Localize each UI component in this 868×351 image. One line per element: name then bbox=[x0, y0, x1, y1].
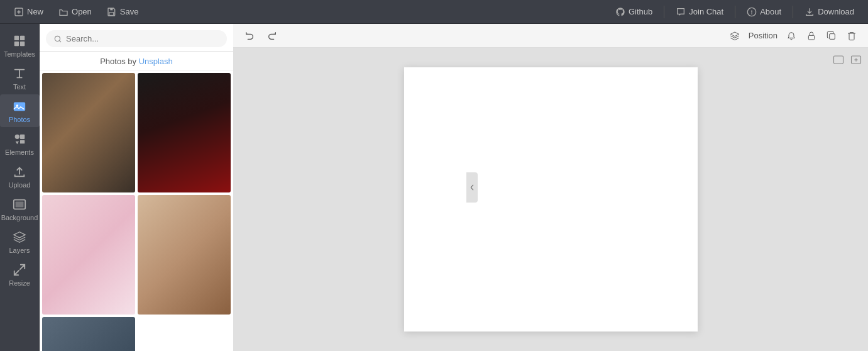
layers-stack-icon bbox=[730, 31, 740, 41]
elements-icon bbox=[13, 132, 26, 146]
svg-rect-7 bbox=[20, 42, 25, 46]
svg-rect-2 bbox=[109, 12, 114, 15]
open-button[interactable]: Open bbox=[52, 4, 98, 20]
svg-rect-1 bbox=[110, 8, 113, 10]
open-label: Open bbox=[72, 7, 92, 16]
download-label: Download bbox=[818, 7, 854, 16]
svg-rect-6 bbox=[14, 42, 19, 46]
upload-icon bbox=[13, 165, 26, 179]
search-input-wrap[interactable] bbox=[46, 30, 227, 47]
photo-panel: Photos by Unsplash bbox=[40, 24, 233, 351]
canvas-area: Position bbox=[233, 24, 868, 351]
trash-icon bbox=[847, 31, 857, 41]
lock-button[interactable] bbox=[803, 28, 820, 43]
background-icon bbox=[13, 198, 26, 211]
redo-icon bbox=[267, 31, 277, 41]
svg-rect-11 bbox=[20, 135, 25, 139]
joinchat-label: Join Chat bbox=[689, 7, 723, 16]
divider3 bbox=[793, 6, 793, 18]
svg-rect-5 bbox=[20, 36, 25, 40]
photo-thumb-1[interactable] bbox=[42, 73, 135, 192]
text-icon bbox=[13, 67, 26, 81]
sidebar-item-photos[interactable]: Photos bbox=[0, 94, 40, 127]
upload-label: Upload bbox=[9, 181, 31, 189]
github-button[interactable]: Github bbox=[609, 4, 659, 20]
svg-point-10 bbox=[15, 135, 19, 139]
sidebar-item-background[interactable]: Background bbox=[0, 192, 40, 225]
undo-button[interactable] bbox=[241, 28, 258, 43]
background-label: Background bbox=[1, 214, 38, 221]
new-button[interactable]: New bbox=[8, 4, 50, 20]
photo-thumb-4[interactable] bbox=[138, 195, 231, 315]
layers-icon-btn[interactable] bbox=[726, 28, 744, 43]
search-input[interactable] bbox=[66, 34, 219, 43]
save-label: Save bbox=[120, 7, 139, 16]
download-icon bbox=[805, 7, 815, 17]
undo-icon bbox=[244, 31, 255, 41]
sidebar-item-templates[interactable]: Templates bbox=[0, 29, 40, 62]
svg-rect-16 bbox=[808, 35, 814, 40]
svg-rect-17 bbox=[830, 33, 835, 39]
svg-rect-12 bbox=[20, 140, 25, 144]
top-bar: New Open Save Github Join Chat About Dow… bbox=[0, 0, 868, 24]
redo-button[interactable] bbox=[263, 28, 281, 43]
svg-rect-4 bbox=[14, 36, 19, 40]
canvas-corner-icons bbox=[832, 53, 863, 69]
resize-icon bbox=[13, 263, 26, 277]
photos-grid bbox=[40, 70, 233, 351]
fit-icon bbox=[833, 54, 844, 65]
chat-icon bbox=[676, 7, 686, 17]
layers-label: Layers bbox=[9, 247, 30, 254]
fit-page-button[interactable] bbox=[832, 53, 845, 69]
delete-button[interactable] bbox=[843, 28, 860, 43]
search-bar bbox=[40, 24, 233, 52]
new-icon bbox=[14, 7, 24, 17]
github-label: Github bbox=[629, 7, 652, 16]
sidebar-item-layers[interactable]: Layers bbox=[0, 225, 40, 258]
photo-thumb-2[interactable] bbox=[138, 73, 231, 192]
svg-rect-18 bbox=[834, 56, 843, 64]
chevron-left-icon bbox=[469, 184, 475, 191]
canvas-page[interactable] bbox=[404, 67, 698, 332]
about-label: About bbox=[760, 7, 781, 16]
download-button[interactable]: Download bbox=[798, 4, 860, 20]
about-button[interactable]: About bbox=[740, 4, 788, 20]
resize-label: Resize bbox=[9, 279, 30, 287]
photos-by-label: Photos by Unsplash bbox=[40, 52, 233, 70]
text-label: Text bbox=[13, 83, 26, 91]
sidebar-item-upload[interactable]: Upload bbox=[0, 160, 40, 192]
elements-label: Elements bbox=[5, 148, 34, 156]
sidebar-item-elements[interactable]: Elements bbox=[0, 127, 40, 160]
templates-icon bbox=[13, 34, 26, 48]
bell-icon bbox=[786, 31, 796, 41]
photo-thumb-3[interactable] bbox=[42, 195, 135, 315]
duplicate-button[interactable] bbox=[823, 28, 840, 43]
search-icon bbox=[53, 35, 62, 43]
divider bbox=[664, 6, 664, 18]
duplicate-icon bbox=[827, 31, 837, 41]
layers-icon bbox=[13, 230, 26, 244]
photos-label-sidebar: Photos bbox=[9, 116, 30, 123]
save-button[interactable]: Save bbox=[101, 4, 145, 20]
photo-thumb-5[interactable] bbox=[42, 317, 135, 351]
panel-collapse-button[interactable] bbox=[466, 172, 478, 203]
new-label: New bbox=[27, 7, 43, 16]
canvas-toolbar: Position bbox=[233, 24, 868, 48]
sidebar-item-resize[interactable]: Resize bbox=[0, 258, 40, 291]
sidebar-item-text[interactable]: Text bbox=[0, 62, 40, 94]
joinchat-button[interactable]: Join Chat bbox=[669, 4, 730, 20]
svg-rect-8 bbox=[14, 103, 25, 111]
lock-icon bbox=[806, 31, 816, 41]
info-icon bbox=[747, 7, 757, 17]
add-page-icon bbox=[850, 54, 862, 65]
position-label: Position bbox=[746, 31, 780, 40]
photos-icon bbox=[13, 99, 26, 113]
open-icon bbox=[58, 7, 69, 17]
add-page-button[interactable] bbox=[849, 53, 863, 69]
notification-button[interactable] bbox=[783, 28, 800, 43]
unsplash-link[interactable]: Unsplash bbox=[139, 57, 173, 66]
main-area: Templates Text Photos Elements Upload Ba… bbox=[0, 24, 868, 351]
toolbar-right: Position bbox=[726, 28, 860, 43]
templates-label: Templates bbox=[4, 50, 35, 58]
top-bar-left: New Open Save bbox=[8, 4, 145, 20]
